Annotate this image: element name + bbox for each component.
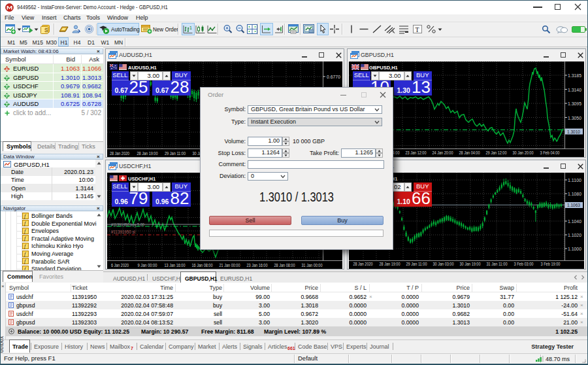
svg-text:30 Jan 03:00: 30 Jan 03:00 xyxy=(433,262,454,266)
svg-text:1.1063: 1.1063 xyxy=(567,202,580,208)
svg-text:3 Feb 19:00: 3 Feb 19:00 xyxy=(541,262,561,266)
svg-text:1.3010: 1.3010 xyxy=(567,129,580,135)
svg-text:28 Jan 2020: 28 Jan 2020 xyxy=(353,262,373,266)
svg-text:6 Jan 2020: 6 Jan 2020 xyxy=(111,263,129,268)
svg-text:21 Jan 00:00: 21 Jan 00:00 xyxy=(220,263,240,268)
svg-text:T: T xyxy=(416,26,419,33)
svg-text:23 Jan 16:00: 23 Jan 16:00 xyxy=(247,263,268,268)
svg-text:24 Jan 20:00: 24 Jan 20:00 xyxy=(433,150,453,155)
svg-text:0.6770: 0.6770 xyxy=(327,74,340,80)
svg-text:#11391950 buy 5.00: #11391950 buy 5.00 xyxy=(111,222,144,228)
svg-text:1.3140: 1.3140 xyxy=(568,87,581,93)
svg-text:1.1040: 1.1040 xyxy=(568,218,581,224)
svg-text:30 Jan 20:00: 30 Jan 20:00 xyxy=(513,150,534,155)
svg-text:28 Jan 19:00: 28 Jan 19:00 xyxy=(137,151,158,156)
svg-text:3 Feb 04:00: 3 Feb 04:00 xyxy=(540,150,560,155)
svg-text:29 Jan 12:00: 29 Jan 12:00 xyxy=(486,150,507,155)
svg-text:1.1020: 1.1020 xyxy=(568,232,581,238)
svg-text:1.3050: 1.3050 xyxy=(568,115,581,121)
svg-text:1.1100: 1.1100 xyxy=(568,177,581,183)
svg-text:3 Feb 03:00: 3 Feb 03:00 xyxy=(514,262,534,266)
svg-text:1.1080: 1.1080 xyxy=(568,191,581,197)
svg-text:16 Jan 08:00: 16 Jan 08:00 xyxy=(192,263,213,268)
svg-text:28 Jan 2020: 28 Jan 2020 xyxy=(110,151,129,156)
svg-text:9 Jan 00:00: 9 Jan 00:00 xyxy=(138,263,157,268)
svg-text:29 Jan 11:00: 29 Jan 11:00 xyxy=(406,262,427,266)
svg-text:31 Jan 11:00: 31 Jan 11:00 xyxy=(487,262,508,266)
svg-text:28 Jan 08:00: 28 Jan 08:00 xyxy=(274,263,295,268)
svg-text:31 Jan 00:00: 31 Jan 00:00 xyxy=(302,263,323,268)
svg-text:29 Jan 11:00: 29 Jan 11:00 xyxy=(165,151,186,156)
svg-text:13 Jan 16:00: 13 Jan 16:00 xyxy=(165,263,186,268)
svg-text:1.3095: 1.3095 xyxy=(568,101,581,107)
svg-text:23 Jan 12:00: 23 Jan 12:00 xyxy=(406,150,427,155)
svg-text:1.1000: 1.1000 xyxy=(568,246,581,252)
svg-text:28 Jan 04:00: 28 Jan 04:00 xyxy=(459,150,480,155)
svg-text:1.3185: 1.3185 xyxy=(568,73,581,78)
svg-text:28 Jan 19:00: 28 Jan 19:00 xyxy=(380,262,400,266)
svg-text:$: $ xyxy=(44,27,48,33)
svg-text:30 Jan 19:00: 30 Jan 19:00 xyxy=(460,262,481,266)
svg-text:#11391950 sl: #11391950 sl xyxy=(111,230,135,234)
svg-text:1: 1 xyxy=(189,26,192,30)
